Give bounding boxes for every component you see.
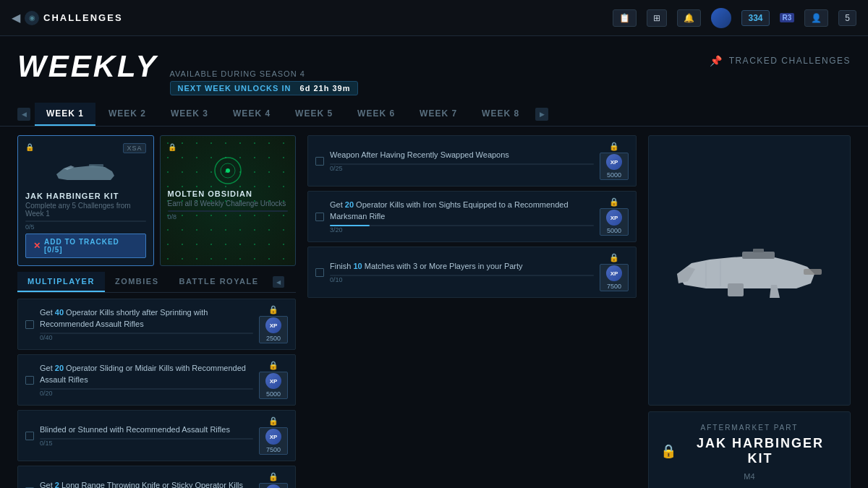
page-header: WEEKLY AVAILABLE DURING SEASON 4 NEXT WE… — [0, 36, 868, 103]
tab-week-3[interactable]: WEEK 3 — [159, 103, 220, 126]
challenge-checkbox-r1[interactable] — [315, 157, 324, 166]
xp-badge-1: XP 2500 — [259, 316, 288, 343]
xp-icon-3: XP — [265, 429, 281, 445]
xp-badge-r1: XP 5000 — [600, 153, 629, 180]
jak-desc: Complete any 5 Challenges from Week 1 — [25, 202, 146, 218]
tab-week-6[interactable]: WEEK 6 — [346, 103, 407, 126]
challenge-checkbox-2[interactable] — [25, 376, 34, 385]
tab-zombies[interactable]: ZOMBIES — [105, 272, 169, 292]
challenge-list-left: Get 40 Operator Kills shortly after Spri… — [17, 299, 296, 488]
challenge-title-1: Get 40 Operator Kills shortly after Spri… — [40, 307, 253, 330]
xp-icon-r3: XP — [606, 265, 622, 281]
xsa-badge: XSA — [123, 143, 145, 153]
xp-badge-2: XP 5000 — [259, 372, 288, 399]
obsidian-progress-text: 0/8 — [168, 213, 289, 221]
challenge-checkbox-1[interactable] — [25, 320, 34, 329]
xp-value-2: 5000 — [266, 390, 281, 398]
tracked-label: TRACKED CHALLENGES — [729, 56, 851, 66]
challenge-lock-r1: 🔒 — [609, 142, 619, 151]
tab-battle-royale[interactable]: BATTLE ROYALE — [169, 272, 269, 292]
item-info-panel: AFTERMARKET PART 🔒 JAK HARBINGER KIT M4 — [648, 411, 851, 488]
item-lock-icon: 🔒 — [660, 443, 678, 459]
challenge-right-3: 🔒 XP 7500 — [259, 416, 288, 455]
challenge-item-r2[interactable]: Get 20 Operator Kills with Iron Sights E… — [307, 191, 637, 242]
challenge-progress-r2: 3/20 — [330, 226, 594, 234]
challenge-title-r3: Finish 10 Matches with 3 or More Players… — [330, 261, 594, 272]
challenge-progress-2: 0/20 — [40, 390, 253, 397]
tab-week-1[interactable]: WEEK 1 — [35, 103, 95, 126]
available-text: AVAILABLE DURING SEASON 4 — [170, 69, 359, 78]
item-category: AFTERMARKET PART — [660, 424, 838, 432]
jak-progress-text: 0/5 — [25, 223, 146, 231]
challenge-item-4[interactable]: Get 2 Long Range Throwing Knife or Stick… — [17, 466, 296, 488]
challenge-title-4: Get 2 Long Range Throwing Knife or Stick… — [40, 480, 253, 488]
challenge-checkbox-r3[interactable] — [315, 268, 324, 277]
challenge-text-2: Get 20 Operator Sliding or Midair Kills … — [40, 363, 253, 397]
grid-button[interactable]: ⊞ — [647, 9, 667, 27]
challenge-item-r3[interactable]: Finish 10 Matches with 3 or More Players… — [307, 247, 637, 298]
challenge-right-2: 🔒 XP 5000 — [259, 361, 288, 399]
challenge-progress-3: 0/15 — [40, 440, 253, 447]
jak-name: JAK HARBINGER KIT — [25, 192, 146, 200]
week-tabs: ◀ WEEK 1 WEEK 2 WEEK 3 WEEK 4 WEEK 5 WEE… — [0, 103, 868, 127]
reward-card-jak[interactable]: 🔒 XSA JAK HARBINGER KIT Complete any 5 C… — [17, 135, 154, 266]
unlock-label: NEXT WEEK UNLOCKS IN 6d 21h 39m — [170, 81, 359, 95]
tab-multiplayer[interactable]: MULTIPLAYER — [17, 272, 105, 292]
obsidian-lock-icon: 🔒 — [168, 143, 176, 151]
avatar[interactable] — [711, 8, 731, 28]
challenge-title-2: Get 20 Operator Sliding or Midair Kills … — [40, 363, 253, 385]
mode-tabs: MULTIPLAYER ZOMBIES BATTLE ROYALE ◀ — [17, 272, 296, 293]
challenge-lock-r3: 🔒 — [609, 253, 619, 262]
challenge-lock-1: 🔒 — [268, 305, 278, 314]
clipboard-icon: 📋 — [619, 13, 630, 23]
xp-icon-1: XP — [265, 317, 281, 333]
challenge-right-r3: 🔒 XP 7500 — [600, 253, 629, 291]
bell-button[interactable]: 🔔 — [677, 9, 701, 27]
r3-badge: R3 — [780, 13, 795, 22]
nav-icons: 📋 ⊞ 🔔 334 R3 👤 5 — [613, 8, 856, 28]
challenge-lock-3: 🔒 — [268, 416, 278, 426]
right-challenges: Weapon After Having Recently Swapped Wea… — [307, 135, 637, 488]
top-navigation: ◀ ◉ CHALLENGES 📋 ⊞ 🔔 334 R3 👤 5 — [0, 0, 868, 36]
challenge-checkbox-3[interactable] — [25, 432, 34, 440]
challenge-lock-r2: 🔒 — [609, 197, 619, 207]
rank-value: 5 — [838, 10, 856, 26]
tab-week-2[interactable]: WEEK 2 — [97, 103, 158, 126]
obsidian-image — [168, 154, 289, 187]
clipboard-button[interactable]: 📋 — [613, 9, 637, 27]
challenge-progress-1: 0/40 — [40, 334, 253, 341]
week-tab-prev-icon: ◀ — [17, 108, 30, 121]
xp-value-1: 2500 — [266, 335, 281, 342]
xp-value-r1: 5000 — [607, 171, 621, 179]
page-title: WEEKLY — [17, 49, 158, 84]
main-content: 🔒 XSA JAK HARBINGER KIT Complete any 5 C… — [0, 127, 868, 488]
tab-week-8[interactable]: WEEK 8 — [470, 103, 531, 126]
item-gun-model: M4 — [660, 472, 838, 481]
xp-value-r2: 5000 — [607, 227, 621, 234]
challenge-item-r1[interactable]: Weapon After Having Recently Swapped Wea… — [307, 135, 637, 187]
tab-week-4[interactable]: WEEK 4 — [221, 103, 282, 126]
add-tracked-button[interactable]: ✕ ADD TO TRACKED [0/5] — [25, 234, 146, 258]
tracked-icon: 📌 — [710, 55, 723, 67]
xp-badge-3: XP 7500 — [259, 427, 288, 455]
challenge-item-1[interactable]: Get 40 Operator Kills shortly after Spri… — [17, 299, 296, 350]
tab-week-7[interactable]: WEEK 7 — [408, 103, 469, 126]
rank-icon-btn[interactable]: 👤 — [804, 9, 828, 27]
challenge-text-3: Blinded or Stunned with Recommended Assa… — [40, 424, 253, 447]
xp-badge-4: XP 10000 — [259, 483, 288, 488]
challenge-text-r2: Get 20 Operator Kills with Iron Sights E… — [330, 200, 594, 234]
svg-point-3 — [226, 168, 230, 173]
weapon-preview — [648, 135, 851, 406]
challenge-right-r2: 🔒 XP 5000 — [600, 197, 629, 236]
challenge-item-3[interactable]: Blinded or Stunned with Recommended Assa… — [17, 410, 296, 461]
reward-card-obsidian[interactable]: 🔒 MOLTEN OBSIDIAN Earn all 8 Weekly Chal… — [160, 135, 297, 266]
xp-value-3: 7500 — [266, 446, 281, 453]
challenge-checkbox-r2[interactable] — [315, 213, 324, 221]
back-button[interactable]: ◀ ◉ CHALLENGES — [12, 11, 123, 25]
svg-rect-7 — [728, 283, 744, 296]
tracked-challenges-button[interactable]: 📌 TRACKED CHALLENGES — [710, 55, 851, 67]
far-right-panel: AFTERMARKET PART 🔒 JAK HARBINGER KIT M4 — [648, 135, 851, 488]
tab-week-5[interactable]: WEEK 5 — [284, 103, 344, 126]
challenge-item-2[interactable]: Get 20 Operator Sliding or Midair Kills … — [17, 354, 296, 406]
xp-icon-4: XP — [265, 484, 281, 488]
